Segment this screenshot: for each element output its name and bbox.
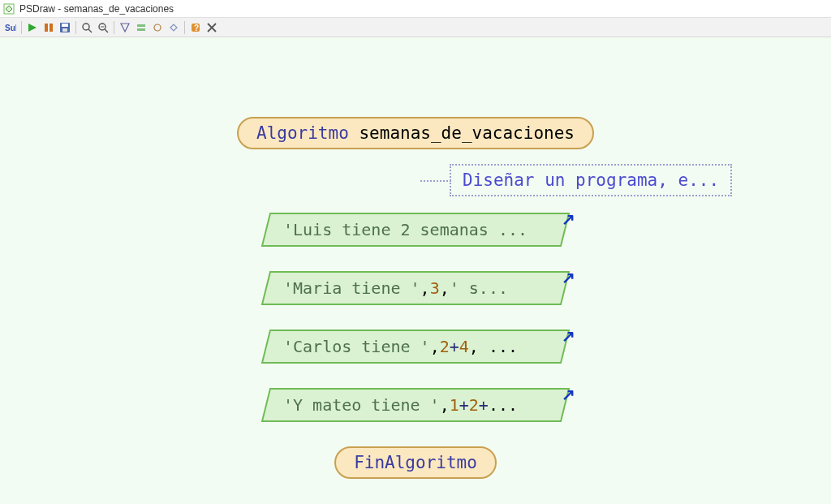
svg-text:Sub: Sub <box>5 24 16 32</box>
output-content: 'Maria tiene ', 3, ' s... <box>265 271 566 305</box>
code-segment: + <box>479 395 489 415</box>
code-segment: + <box>459 395 469 415</box>
algorithm-name-text: semanas_de_vacaciones <box>359 123 575 143</box>
code-segment: 'Luis tiene 2 semanas ... <box>283 220 527 239</box>
outputs-container: 'Luis tiene 2 semanas ...↗'Maria tiene '… <box>265 213 566 446</box>
code-segment: , ... <box>469 337 518 356</box>
zoom-in-button[interactable] <box>80 20 94 35</box>
output-content: 'Carlos tiene ', 2+4, ... <box>265 330 566 364</box>
code-segment: 'Maria tiene ' <box>283 278 420 298</box>
code-segment: 3 <box>430 278 440 298</box>
step-button[interactable] <box>41 20 56 35</box>
close-button[interactable] <box>205 20 219 35</box>
code-segment: 'Y mateo tiene ' <box>283 395 440 415</box>
code-segment: ' s... <box>450 278 508 298</box>
toolbar: Sub ? <box>0 18 831 37</box>
titlebar: PSDraw - semanas_de_vacaciones <box>0 0 831 18</box>
code-segment: , <box>440 278 450 298</box>
comment-connector <box>420 180 451 182</box>
end-label: FinAlgoritmo <box>354 453 477 472</box>
svg-rect-13 <box>137 28 145 31</box>
comment-text: Diseñar un programa, e... <box>463 170 719 190</box>
run-button[interactable] <box>25 20 40 35</box>
svg-text:?: ? <box>194 24 199 32</box>
layout-button[interactable] <box>150 20 165 35</box>
start-terminal[interactable]: Algoritmo semanas_de_vacaciones <box>237 117 594 149</box>
output-node[interactable]: 'Luis tiene 2 semanas ...↗ <box>265 213 566 247</box>
output-arrow-icon: ↗ <box>562 209 575 229</box>
output-content: 'Luis tiene 2 semanas ... <box>265 213 566 247</box>
layout-button[interactable] <box>134 20 149 35</box>
sub-button[interactable]: Sub <box>3 20 18 35</box>
svg-rect-3 <box>50 24 53 32</box>
save-button[interactable] <box>58 20 72 35</box>
code-segment: 2 <box>440 337 450 356</box>
start-keyword: Algoritmo <box>256 123 349 143</box>
output-node[interactable]: 'Y mateo tiene ', 1+2+...↗ <box>265 388 566 422</box>
output-arrow-icon: ↗ <box>562 268 575 287</box>
end-terminal[interactable]: FinAlgoritmo <box>334 446 497 479</box>
diagram: Algoritmo semanas_de_vacaciones Diseñar … <box>237 117 594 479</box>
code-segment: 'Carlos tiene ' <box>283 337 430 356</box>
code-segment: 1 <box>450 395 459 415</box>
code-segment: 2 <box>469 395 479 415</box>
svg-point-14 <box>154 24 161 31</box>
code-segment: ... <box>489 395 518 415</box>
zoom-out-button[interactable] <box>96 20 110 35</box>
code-segment: , <box>420 278 430 298</box>
output-arrow-icon: ↗ <box>562 326 575 346</box>
code-segment: , <box>440 395 450 415</box>
svg-rect-2 <box>45 24 48 32</box>
toolbar-separator <box>21 21 22 34</box>
output-node[interactable]: 'Maria tiene ', 3, ' s...↗ <box>265 271 566 305</box>
svg-point-7 <box>83 24 89 30</box>
toolbar-separator <box>114 21 114 34</box>
comment-node[interactable]: Diseñar un programa, e... <box>450 164 732 196</box>
svg-line-8 <box>88 29 92 32</box>
flowchart-canvas[interactable]: Algoritmo semanas_de_vacaciones Diseñar … <box>0 37 831 504</box>
svg-rect-5 <box>62 24 68 27</box>
toolbar-separator <box>184 21 185 34</box>
help-button[interactable]: ? <box>188 20 203 35</box>
output-content: 'Y mateo tiene ', 1+2+... <box>265 388 566 422</box>
app-icon <box>3 3 15 15</box>
layout-button[interactable] <box>118 20 132 35</box>
code-segment: , <box>430 337 440 356</box>
toolbar-separator <box>75 21 76 34</box>
code-segment: + <box>450 337 459 356</box>
svg-rect-12 <box>137 24 145 27</box>
window-title: PSDraw - semanas_de_vacaciones <box>19 3 174 15</box>
svg-line-10 <box>105 29 108 32</box>
output-node[interactable]: 'Carlos tiene ', 2+4, ...↗ <box>265 330 566 364</box>
layout-button[interactable] <box>166 20 181 35</box>
code-segment: 4 <box>459 337 469 356</box>
svg-rect-6 <box>62 28 67 32</box>
output-arrow-icon: ↗ <box>562 385 575 404</box>
